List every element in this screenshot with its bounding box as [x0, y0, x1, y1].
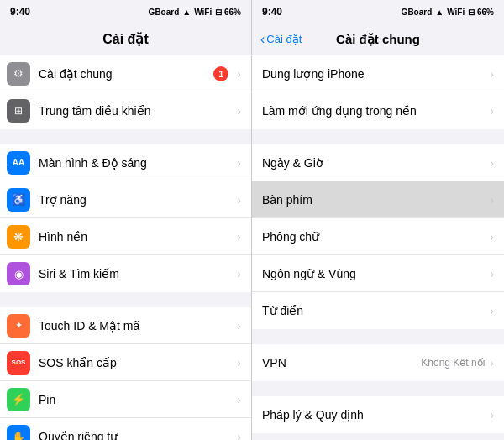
battery-icon: ⊟ 66%: [468, 8, 494, 17]
back-chevron-icon: ‹: [260, 32, 265, 47]
wifi-icon: WiFi: [194, 8, 212, 17]
wifi-icon: WiFi: [447, 8, 465, 17]
list-item[interactable]: Từ điển ›: [252, 292, 504, 329]
list-item[interactable]: Dung lượng iPhone ›: [252, 55, 504, 92]
chevron-right-icon: ›: [237, 104, 241, 118]
item-label: Phông chữ: [262, 230, 490, 244]
item-label: Làm mới ứng dụng trong nền: [262, 104, 490, 118]
chevron-right-icon: ›: [490, 230, 494, 244]
tro-nang-icon: ♿: [7, 188, 30, 212]
item-label: SOS khẩn cấp: [39, 356, 234, 369]
list-item[interactable]: SOS SOS khẩn cấp ›: [0, 344, 251, 381]
settings-section-3: ✦ Touch ID & Mật mã › SOS SOS khẩn cấp ›…: [0, 307, 251, 440]
chevron-right-icon: ›: [237, 193, 241, 207]
left-nav-title: Cài đặt: [102, 31, 148, 47]
sos-icon: SOS: [7, 351, 30, 375]
right-settings-list[interactable]: Dung lượng iPhone › Làm mới ứng dụng tro…: [252, 55, 504, 440]
left-time: 9:40: [10, 6, 30, 18]
right-phone-panel: 9:40 GBoard ▲ WiFi ⊟ 66% ‹ Cài đặt Cài đ…: [252, 0, 504, 440]
chevron-right-icon: ›: [237, 430, 241, 440]
right-time: 9:40: [262, 6, 282, 18]
section-gap: [252, 329, 504, 344]
left-settings-list[interactable]: ⚙ Cài đặt chung 1 › ⊞ Trung tâm điều khi…: [0, 55, 251, 440]
item-label: Trung tâm điều khiển: [39, 104, 234, 118]
list-item[interactable]: AA Màn hình & Độ sáng ›: [0, 144, 251, 181]
left-status-bar: 9:40 GBoard ▲ WiFi ⊟ 66%: [0, 0, 251, 24]
list-item[interactable]: ⊞ Trung tâm điều khiển ›: [0, 92, 251, 129]
signal-icon: ▲: [182, 8, 191, 17]
item-label: Trợ năng: [39, 193, 234, 207]
list-item-vpn[interactable]: VPN Không Kết nối ›: [252, 344, 504, 381]
section-gap: [0, 129, 251, 144]
man-hinh-icon: AA: [7, 151, 30, 175]
chevron-right-icon: ›: [490, 67, 494, 81]
right-section-1: Dung lượng iPhone › Làm mới ứng dụng tro…: [252, 55, 504, 129]
siri-icon: ◉: [7, 262, 30, 285]
item-label: Pin: [39, 393, 234, 406]
chevron-right-icon: ›: [490, 156, 494, 170]
battery-icon: ⊟ 66%: [215, 8, 241, 17]
left-nav-bar: Cài đặt: [0, 24, 251, 55]
list-item-ban-phim[interactable]: Bàn phím ›: [252, 181, 504, 218]
chevron-right-icon: ›: [237, 356, 241, 369]
chevron-right-icon: ›: [237, 393, 241, 406]
chevron-right-icon: ›: [490, 408, 494, 422]
item-label: Quyền riêng tư: [39, 430, 234, 440]
item-label: Siri & Tìm kiếm: [39, 267, 234, 280]
settings-section-2: AA Màn hình & Độ sáng › ♿ Trợ năng › ❋ H…: [0, 144, 251, 292]
list-item[interactable]: Phông chữ ›: [252, 218, 504, 255]
right-section-2: Ngày & Giờ › Bàn phím › Phông chữ › Ngôn…: [252, 144, 504, 329]
right-section-4: Pháp lý & Quy định ›: [252, 396, 504, 433]
right-status-bar: 9:40 GBoard ▲ WiFi ⊟ 66%: [252, 0, 504, 24]
carrier-icon: GBoard: [402, 8, 433, 17]
signal-icon: ▲: [435, 8, 444, 17]
right-nav-bar: ‹ Cài đặt Cài đặt chung: [252, 24, 504, 55]
list-item[interactable]: ⚡ Pin ›: [0, 381, 251, 418]
hinh-nen-icon: ❋: [7, 225, 30, 249]
list-item[interactable]: ✋ Quyền riêng tư ›: [0, 418, 251, 440]
list-item[interactable]: Ngày & Giờ ›: [252, 144, 504, 181]
back-label: Cài đặt: [266, 33, 302, 45]
list-item[interactable]: ◉ Siri & Tìm kiếm ›: [0, 255, 251, 292]
touch-id-icon: ✦: [7, 314, 30, 338]
chevron-right-icon: ›: [237, 67, 241, 81]
chevron-right-icon: ›: [237, 156, 241, 170]
left-phone-panel: 9:40 GBoard ▲ WiFi ⊟ 66% Cài đặt ⚙ Cài đ…: [0, 0, 252, 440]
list-item[interactable]: Ngôn ngữ & Vùng ›: [252, 255, 504, 292]
back-button[interactable]: ‹ Cài đặt: [260, 32, 302, 47]
item-label: Touch ID & Mật mã: [39, 319, 234, 333]
chevron-right-icon: ›: [237, 230, 241, 244]
settings-section-1: ⚙ Cài đặt chung 1 › ⊞ Trung tâm điều khi…: [0, 55, 251, 129]
chevron-right-icon: ›: [490, 104, 494, 118]
list-item[interactable]: Pháp lý & Quy định ›: [252, 396, 504, 433]
item-label: Ngôn ngữ & Vùng: [262, 267, 490, 280]
item-label: Màn hình & Độ sáng: [39, 156, 234, 170]
chevron-right-icon: ›: [237, 319, 241, 333]
chevron-right-icon: ›: [490, 356, 494, 369]
list-item[interactable]: Làm mới ứng dụng trong nền ›: [252, 92, 504, 129]
cai-dat-chung-icon: ⚙: [7, 62, 30, 86]
list-item[interactable]: ⚙ Cài đặt chung 1 ›: [0, 55, 251, 92]
right-section-3: VPN Không Kết nối ›: [252, 344, 504, 381]
item-label: Bàn phím: [262, 193, 490, 207]
section-gap: [252, 129, 504, 144]
item-label: VPN: [262, 356, 421, 369]
item-label: Pháp lý & Quy định: [262, 408, 490, 422]
chevron-right-icon: ›: [490, 193, 494, 207]
vpn-sub-label: Không Kết nối: [421, 357, 485, 369]
list-item[interactable]: ✦ Touch ID & Mật mã ›: [0, 307, 251, 344]
item-label: Ngày & Giờ: [262, 156, 490, 170]
list-item[interactable]: ❋ Hình nền ›: [0, 218, 251, 255]
item-label: Dung lượng iPhone: [262, 67, 490, 81]
chevron-right-icon: ›: [490, 304, 494, 317]
chevron-right-icon: ›: [237, 267, 241, 280]
section-gap: [252, 381, 504, 396]
trung-tam-icon: ⊞: [7, 99, 30, 123]
right-nav-title: Cài đặt chung: [336, 32, 420, 47]
list-item[interactable]: ♿ Trợ năng ›: [0, 181, 251, 218]
item-label: Từ điển: [262, 304, 490, 317]
right-status-icons: GBoard ▲ WiFi ⊟ 66%: [402, 8, 494, 17]
carrier-icon: GBoard: [149, 8, 180, 17]
item-label: Cài đặt chung: [39, 67, 213, 81]
left-status-icons: GBoard ▲ WiFi ⊟ 66%: [149, 8, 241, 17]
